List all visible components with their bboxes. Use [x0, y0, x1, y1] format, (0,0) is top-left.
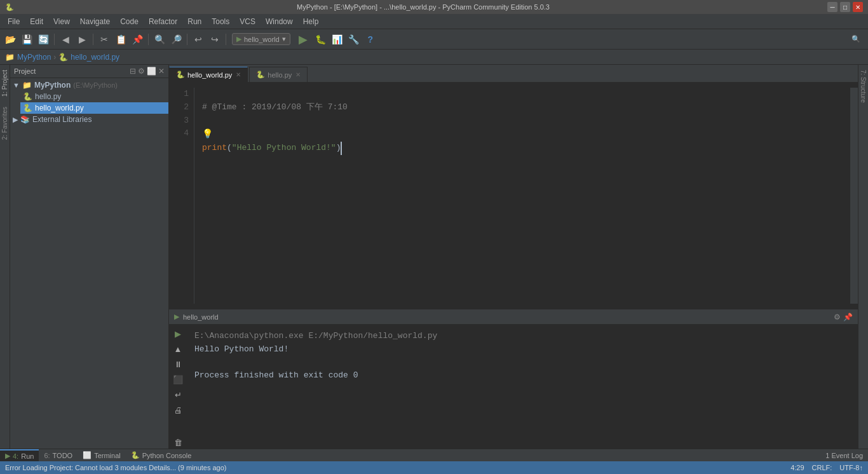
bottom-tab-event-log[interactable]: 1 Event Log [820, 449, 868, 462]
menu-edit[interactable]: Edit [25, 16, 48, 27]
tree-external-libraries[interactable]: ▶ 📚 External Libraries [10, 114, 168, 125]
breadcrumb-folder-icon: 📁 [5, 53, 15, 62]
minimize-button[interactable]: ─ [827, 2, 837, 12]
tab-close-2[interactable]: ✕ [295, 71, 301, 78]
run-button[interactable]: ▶ [295, 32, 311, 47]
run-clear-button[interactable]: 🗑 [172, 436, 184, 449]
project-close-icon[interactable]: ✕ [158, 67, 165, 76]
coverage-button[interactable]: 📊 [330, 32, 345, 47]
project-collapse-icon[interactable]: ⊟ [130, 67, 136, 76]
run-scroll-up-button[interactable]: ▲ [172, 342, 184, 355]
tree-ext-label: External Libraries [32, 115, 92, 124]
tree-ext-expand-icon: ▶ [13, 116, 18, 124]
run-play-button[interactable]: ▶ [172, 327, 184, 340]
project-panel-header: Project ⊟ ⚙ ⬜ ✕ [10, 65, 168, 78]
tree-filename-hello-world: hello_world.py [35, 104, 84, 112]
toolbar-find[interactable]: 🔍 [152, 32, 167, 47]
todo-tab-num: 6: [44, 452, 50, 459]
menu-navigate[interactable]: Navigate [75, 16, 115, 27]
toolbar-back[interactable]: ◀ [58, 32, 73, 47]
tools-button[interactable]: 🔧 [346, 32, 362, 47]
python-console-tab-icon: 🐍 [131, 451, 140, 459]
maximize-button[interactable]: □ [840, 2, 850, 12]
bottom-tab-todo[interactable]: 6: TODO [39, 449, 78, 462]
app-icon: 🐍 [5, 3, 14, 11]
run-sidebar: ▶ ▲ ⏸ ⬛ ↵ 🖨 🗑 [169, 325, 187, 449]
tree-file-hello-world-py[interactable]: 🐍 hello_world.py [20, 102, 168, 114]
status-encoding: UTF-8↑ [839, 464, 863, 471]
tab-close-1[interactable]: ✕ [236, 71, 241, 78]
breadcrumb-file[interactable]: hello_world.py [71, 53, 119, 62]
project-header-label: Project [14, 67, 36, 75]
run-pause-button[interactable]: ⏸ [172, 358, 184, 370]
menu-bar: File Edit View Navigate Code Refactor Ru… [0, 14, 868, 29]
status-error-text: Error Loading Project: Cannot load 3 mod… [5, 464, 227, 471]
breadcrumb-project[interactable]: MyPython [17, 53, 51, 62]
menu-run[interactable]: Run [182, 16, 207, 27]
menu-tools[interactable]: Tools [207, 16, 234, 27]
toolbar-open-file[interactable]: 📂 [3, 32, 18, 47]
status-bar: Error Loading Project: Cannot load 3 mod… [0, 461, 868, 474]
breadcrumb: 📁 MyPython › 🐍 hello_world.py [0, 50, 868, 65]
menu-file[interactable]: File [3, 16, 25, 27]
run-config-selector[interactable]: ▶ hello_world ▾ [232, 33, 290, 45]
search-everywhere-button[interactable]: 🔍 [846, 32, 865, 47]
debug-button[interactable]: 🐛 [313, 32, 329, 47]
tab-hello-py[interactable]: 🐍 hello.py ✕ [249, 67, 308, 82]
toolbar-cut[interactable]: ✂ [97, 32, 112, 47]
event-log-label: 1 Event Log [825, 452, 863, 459]
menu-help[interactable]: Help [298, 16, 324, 27]
toolbar-redo[interactable]: ↪ [207, 32, 222, 47]
project-settings-icon[interactable]: ⚙ [138, 67, 145, 76]
breadcrumb-sep: › [53, 53, 56, 62]
code-editor[interactable]: 1 2 3 4 # @Time : 2019/10/08 下午 7:10 💡 p… [169, 83, 858, 309]
run-scroll-console-button[interactable]: ⬛ [172, 373, 184, 386]
bottom-tab-terminal[interactable]: ⬜ Terminal [78, 449, 126, 462]
toolbar-sync[interactable]: 🔄 [36, 32, 51, 47]
line-numbers: 1 2 3 4 [169, 88, 194, 304]
toolbar-undo[interactable]: ↩ [191, 32, 206, 47]
menu-refactor[interactable]: Refactor [144, 16, 182, 27]
tree-file-icon1: 🐍 [23, 92, 32, 101]
run-header-config: hello_world [183, 313, 219, 321]
editor-scrollbar[interactable] [850, 88, 858, 304]
toolbar-sep2 [93, 34, 93, 45]
python-console-tab-label: Python Console [142, 452, 192, 459]
bottom-tab-run[interactable]: ▶ 4: Run [0, 449, 39, 462]
toolbar-forward[interactable]: ▶ [74, 32, 90, 47]
run-config-icon: ▶ [236, 35, 241, 43]
bottom-tab-python-console[interactable]: 🐍 Python Console [126, 449, 197, 462]
right-tab-structure[interactable]: 7: Structure [858, 65, 868, 108]
status-line-sep: CRLF: [812, 464, 832, 471]
sidebar-tab-favorites[interactable]: 2: Favorites [0, 102, 10, 145]
run-config-name: hello_world [244, 36, 280, 43]
toolbar-paste[interactable]: 📌 [130, 32, 145, 47]
run-wrap-button[interactable]: ↵ [172, 388, 184, 401]
run-exit-line: Process finished with exit code 0 [194, 369, 850, 383]
tab-hello-world-py[interactable]: 🐍 hello_world.py ✕ [169, 67, 248, 82]
tree-expand-icon: ▼ [13, 81, 20, 89]
close-button[interactable]: ✕ [853, 2, 863, 12]
menu-vcs[interactable]: VCS [234, 16, 261, 27]
toolbar-sep3 [148, 34, 149, 45]
menu-view[interactable]: View [48, 16, 75, 27]
run-output-line1: Hello Python World! [194, 343, 850, 356]
run-pin-icon[interactable]: 📌 [843, 313, 853, 322]
project-layout-icon[interactable]: ⬜ [147, 67, 156, 76]
terminal-tab-label: Terminal [94, 452, 121, 459]
menu-code[interactable]: Code [115, 16, 144, 27]
toolbar-sep4 [187, 34, 187, 45]
toolbar-sep1 [54, 34, 55, 45]
toolbar-save[interactable]: 💾 [19, 32, 34, 47]
sidebar-tab-project[interactable]: 1: Project [0, 65, 10, 102]
toolbar-copy[interactable]: 📋 [113, 32, 128, 47]
run-print-button[interactable]: 🖨 [172, 403, 184, 416]
run-command-line: E:\Anaconda\python.exe E:/MyPython/hello… [194, 330, 850, 343]
run-settings-icon[interactable]: ⚙ [834, 313, 841, 322]
help-button[interactable]: ? [363, 32, 378, 47]
code-content[interactable]: # @Time : 2019/10/08 下午 7:10 💡 print("He… [194, 88, 850, 304]
tree-root[interactable]: ▼ 📁 MyPython (E:\MyPython) [10, 79, 168, 91]
toolbar-replace[interactable]: 🔎 [168, 32, 184, 47]
menu-window[interactable]: Window [261, 16, 298, 27]
tree-file-hello-py[interactable]: 🐍 hello.py [20, 91, 168, 102]
